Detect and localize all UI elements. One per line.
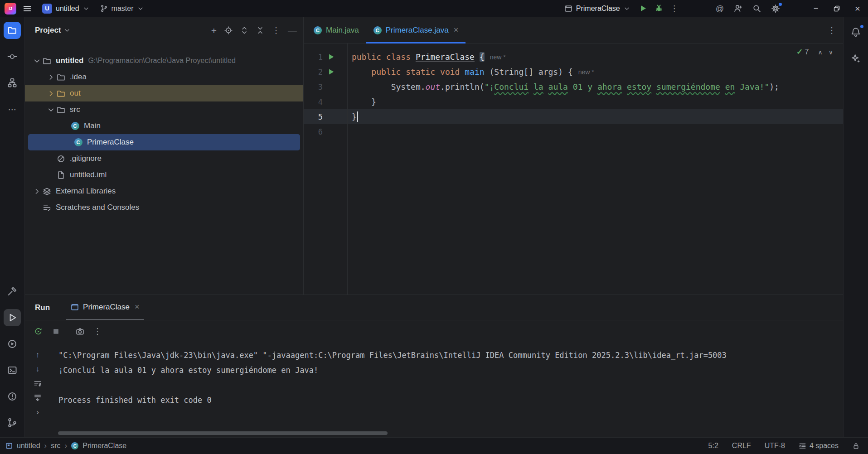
- tree-item-untitled-iml[interactable]: untitled.iml: [25, 167, 303, 183]
- tree-item-primeraclase[interactable]: CPrimeraClase: [28, 134, 300, 150]
- prev-occurrence-icon[interactable]: ↑: [36, 351, 40, 359]
- close-tab-icon[interactable]: ×: [454, 25, 459, 35]
- tree-item-idea[interactable]: .idea: [25, 69, 303, 85]
- run-gutter-icon[interactable]: [323, 53, 347, 61]
- code-line-3[interactable]: 3 System.out.println("¡Concluí la aula 0…: [304, 79, 843, 94]
- project-view-selector[interactable]: Project: [35, 26, 70, 35]
- next-problem-icon[interactable]: ∨: [829, 48, 833, 56]
- next-occurrence-icon[interactable]: ↓: [36, 365, 40, 373]
- project-panel: Project +: [25, 17, 304, 295]
- code-line-1[interactable]: 1public class PrimeraClase {new *: [304, 49, 843, 64]
- version-control-tool-icon[interactable]: [4, 414, 21, 431]
- breadcrumb-src[interactable]: src: [51, 442, 60, 450]
- code-line-6[interactable]: 6: [304, 124, 843, 139]
- run-configuration-selector[interactable]: PrimeraClase: [560, 3, 634, 14]
- locate-file-icon[interactable]: [224, 26, 233, 34]
- soft-wrap-icon[interactable]: [34, 379, 42, 387]
- tree-item-src[interactable]: src: [25, 101, 303, 118]
- run-tab-primeraclase[interactable]: PrimeraClase ×: [66, 295, 144, 320]
- project-options-icon[interactable]: ⋮: [272, 25, 280, 35]
- line-number: 6: [304, 127, 323, 136]
- intellij-logo: IJ: [5, 3, 16, 14]
- settings-icon[interactable]: [768, 1, 783, 16]
- tab-primeraclase-java[interactable]: C PrimeraClase.java ×: [366, 17, 466, 43]
- inspections-widget[interactable]: ✓ 7 ∧ ∨: [796, 47, 833, 57]
- scrollbar-thumb[interactable]: [58, 431, 388, 435]
- indent-widget[interactable]: 4 spaces: [799, 442, 839, 450]
- notifications-bell-icon[interactable]: [847, 24, 864, 41]
- tab-main-java[interactable]: C Main.java: [306, 17, 366, 43]
- breadcrumb-class[interactable]: PrimeraClase: [82, 442, 126, 450]
- run-tool-icon[interactable]: [4, 309, 21, 326]
- terminal-tool-icon[interactable]: [4, 362, 21, 379]
- hide-panel-icon[interactable]: —: [288, 26, 297, 35]
- run-button[interactable]: [636, 1, 650, 15]
- window-controls: − ×: [805, 0, 868, 17]
- project-tool-icon[interactable]: [4, 22, 21, 39]
- app-window-icon: [564, 5, 572, 13]
- encoding-widget[interactable]: UTF-8: [765, 442, 785, 450]
- chevron-down-icon[interactable]: [31, 56, 42, 65]
- project-widget[interactable]: U untitled: [38, 2, 93, 15]
- breadcrumb-project[interactable]: untitled: [17, 442, 40, 450]
- collapse-all-icon[interactable]: [256, 26, 264, 34]
- tree-item-main[interactable]: CMain: [25, 118, 303, 134]
- chevron-right-icon[interactable]: [45, 72, 56, 82]
- rerun-icon[interactable]: [34, 327, 43, 336]
- chevron-right-icon[interactable]: [45, 89, 56, 98]
- tree-item-untitled[interactable]: untitledG:\Programacion\Oracle\Java Proy…: [25, 53, 303, 69]
- run-toolbar-more-icon[interactable]: ⋮: [93, 326, 102, 336]
- code-line-5[interactable]: 5}: [304, 109, 843, 124]
- more-tool-windows-icon[interactable]: ⋯: [4, 101, 21, 118]
- chevron-right-icon[interactable]: [31, 187, 42, 196]
- run-widget-group: PrimeraClase ⋮: [560, 1, 681, 16]
- problems-tool-icon[interactable]: [4, 388, 21, 405]
- chevron-spacer: [45, 154, 56, 163]
- add-icon[interactable]: +: [211, 26, 217, 35]
- stop-icon[interactable]: [52, 327, 60, 336]
- editor-tabs-more-icon[interactable]: ⋮: [828, 25, 836, 35]
- ai-assistant-tool-icon[interactable]: [847, 50, 864, 67]
- scroll-to-end-icon[interactable]: [34, 394, 42, 402]
- build-tool-icon[interactable]: [4, 283, 21, 300]
- console-line-3: [58, 378, 843, 393]
- commit-tool-icon[interactable]: [4, 48, 21, 65]
- line-separator-widget[interactable]: CRLF: [732, 442, 751, 450]
- code-line-4[interactable]: 4 }: [304, 94, 843, 109]
- main-menu-icon[interactable]: [20, 1, 34, 16]
- indent-label: 4 spaces: [810, 442, 839, 450]
- close-tab-icon[interactable]: ×: [135, 302, 140, 312]
- run-more-actions-icon[interactable]: ⋮: [668, 1, 681, 16]
- ai-assistant-icon[interactable]: @: [713, 2, 727, 15]
- close-button[interactable]: ×: [847, 0, 868, 17]
- prev-problem-icon[interactable]: ∧: [818, 48, 823, 56]
- minimize-button[interactable]: −: [805, 0, 826, 17]
- tree-item-gitignore[interactable]: .gitignore: [25, 150, 303, 167]
- expand-all-icon[interactable]: [240, 26, 248, 34]
- chevron-spacer: [63, 138, 73, 147]
- run-console[interactable]: "C:\Program Files\Java\jdk-23\bin\java.e…: [50, 342, 843, 437]
- code-with-me-icon[interactable]: [731, 1, 745, 15]
- statusbar: untitled › src › C PrimeraClase 5:2 CRLF…: [0, 437, 868, 454]
- structure-tool-icon[interactable]: [4, 74, 21, 92]
- expand-gutter-icon[interactable]: ›: [36, 408, 39, 416]
- code-editor[interactable]: ✓ 7 ∧ ∨ 1public class PrimeraClase {new …: [304, 43, 843, 295]
- chevron-down-icon[interactable]: [45, 105, 56, 114]
- search-everywhere-icon[interactable]: [750, 1, 764, 15]
- vcs-branch-widget[interactable]: master: [96, 3, 148, 14]
- git-branch-icon: [100, 5, 108, 12]
- line-number: 2: [304, 68, 323, 77]
- tree-item-label: .gitignore: [70, 154, 102, 163]
- caret-position-widget[interactable]: 5:2: [708, 442, 718, 450]
- code-line-2[interactable]: 2 public static void main (String[] args…: [304, 64, 843, 79]
- tree-item-out[interactable]: out: [25, 85, 303, 101]
- run-gutter-icon[interactable]: [323, 68, 347, 76]
- debug-button[interactable]: [652, 1, 666, 15]
- tree-item-external-libraries[interactable]: External Libraries: [25, 183, 303, 199]
- services-tool-icon[interactable]: [4, 335, 21, 353]
- restore-button[interactable]: [826, 0, 847, 17]
- project-tree[interactable]: untitledG:\Programacion\Oracle\Java Proy…: [25, 43, 303, 295]
- camera-snapshot-icon[interactable]: [76, 327, 84, 336]
- tree-item-scratches-and-consoles[interactable]: Scratches and Consoles: [25, 199, 303, 216]
- lock-icon[interactable]: [852, 442, 860, 450]
